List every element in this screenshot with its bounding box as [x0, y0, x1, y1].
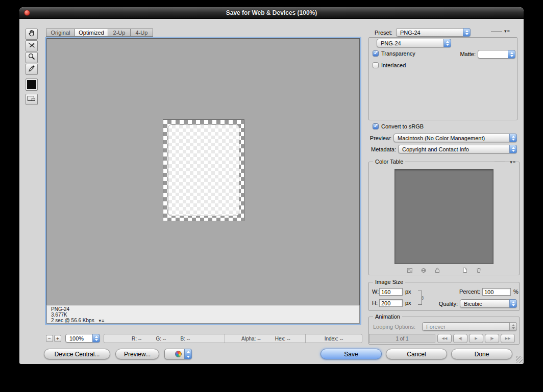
transparency-checkbox[interactable]: [373, 50, 379, 57]
animation-group: Animation Looping Options: Forever 1 of …: [368, 317, 520, 345]
matte-popup[interactable]: [478, 50, 515, 59]
color-table-menu-icon[interactable]: ▾≡: [510, 160, 516, 165]
format-value: PNG-24: [381, 39, 442, 47]
looping-options-stepper[interactable]: [509, 322, 517, 331]
next-frame-button[interactable]: |▶: [485, 334, 499, 343]
web-shift-icon[interactable]: [419, 267, 428, 274]
metadata-label: Metadata:: [357, 146, 396, 152]
percent-unit: %: [513, 289, 519, 295]
select-browser-button[interactable]: [164, 349, 192, 359]
color-readout-bar: R: -- G: -- B: -- Alpha: -- Hex: -- Inde…: [104, 334, 362, 343]
lock-color-icon[interactable]: [433, 267, 441, 274]
readout-b: B: --: [180, 336, 190, 342]
zoom-tool-button[interactable]: [26, 52, 38, 63]
readout-hex: Hex: --: [275, 336, 290, 342]
resize-grip[interactable]: [516, 356, 523, 363]
magnifier-icon: [28, 53, 36, 63]
preview-popup[interactable]: Macintosh (No Color Management): [393, 134, 517, 142]
zoom-level-stepper[interactable]: [92, 334, 100, 343]
convert-srgb-label: Convert to sRGB: [381, 123, 424, 129]
image-size-group: Image Size W: px H: px ∞ Percent: % Qual…: [368, 282, 520, 311]
info-time: 2 sec @ 56.6 Kbps ▾≡: [51, 318, 359, 323]
eyedropper-icon: [28, 64, 36, 74]
first-frame-button[interactable]: ◀◀: [437, 334, 452, 343]
preview-canvas[interactable]: [46, 38, 360, 305]
toggle-slices-visibility-button[interactable]: [26, 94, 38, 105]
color-table-swatches[interactable]: [394, 169, 493, 264]
preview-stepper[interactable]: [509, 134, 517, 142]
device-central-button[interactable]: Device Central...: [44, 349, 110, 359]
matte-value: [482, 50, 506, 58]
metadata-stepper[interactable]: [509, 145, 517, 153]
slice-select-tool-button[interactable]: [26, 40, 38, 51]
width-input[interactable]: [379, 288, 403, 296]
preset-stepper[interactable]: [463, 28, 471, 37]
cancel-button[interactable]: Cancel: [386, 349, 447, 359]
quality-value: Bicubic: [464, 300, 508, 307]
metadata-popup[interactable]: Copyright and Contact Info: [398, 145, 517, 153]
quality-popup[interactable]: Bicubic: [460, 299, 517, 308]
quality-stepper[interactable]: [509, 299, 517, 308]
optimized-image[interactable]: [163, 119, 244, 221]
slice-select-icon: [28, 41, 36, 51]
interlaced-checkbox[interactable]: [373, 62, 379, 68]
last-frame-button[interactable]: ▶▶: [501, 334, 515, 343]
preset-label: Preset:: [375, 30, 392, 36]
optimize-info: PNG-24 3.677K 2 sec @ 56.6 Kbps ▾≡: [46, 305, 360, 324]
color-table-menu-rule: [495, 162, 505, 162]
looping-options-popup[interactable]: Forever: [422, 322, 517, 331]
animation-title: Animation: [373, 313, 402, 320]
title-bar: Save for Web & Devices (100%): [19, 7, 524, 19]
interlaced-label: Interlaced: [381, 62, 406, 68]
transparency-label: Transparency: [381, 50, 415, 57]
color-table-actions: [369, 266, 519, 274]
format-popup[interactable]: PNG-24: [377, 39, 451, 47]
info-format: PNG-24: [51, 306, 359, 312]
height-input[interactable]: [379, 299, 403, 307]
browser-globe-icon: [175, 351, 182, 357]
height-unit: px: [405, 300, 411, 306]
format-stepper[interactable]: [443, 39, 451, 47]
color-table-title: Color Table: [373, 159, 405, 165]
info-size: 3.677K: [51, 312, 359, 318]
zoom-level-popup[interactable]: 100%: [65, 334, 100, 343]
tab-optimized[interactable]: Optimized: [75, 29, 108, 37]
zoom-in-button[interactable]: +: [54, 335, 61, 342]
browser-stepper[interactable]: [184, 349, 192, 359]
tab-original[interactable]: Original: [46, 29, 75, 37]
width-unit: px: [405, 289, 411, 295]
tab-2up[interactable]: 2-Up: [108, 29, 131, 37]
percent-label: Percent:: [450, 289, 480, 295]
preview-in-browser-button[interactable]: Preview...: [115, 349, 159, 359]
preview-label: Preview:: [361, 135, 391, 141]
chain-link-icon[interactable]: ∞: [420, 296, 426, 300]
height-label: H:: [372, 300, 378, 306]
delete-color-icon[interactable]: [475, 267, 483, 274]
readout-alpha: Alpha: --: [241, 336, 261, 342]
quality-label: Quality:: [429, 301, 458, 307]
readout-r: R: --: [132, 336, 141, 342]
width-label: W:: [372, 289, 379, 295]
readout-index: Index: --: [325, 336, 343, 342]
matte-stepper[interactable]: [508, 50, 515, 59]
previous-frame-button[interactable]: ◀|: [453, 334, 467, 343]
hand-tool-button[interactable]: [26, 29, 38, 40]
done-button[interactable]: Done: [451, 349, 512, 359]
save-button[interactable]: Save: [320, 349, 382, 359]
transparent-image-area: [168, 124, 239, 216]
looping-options-value: Forever: [426, 323, 508, 330]
tab-4up[interactable]: 4-Up: [130, 29, 153, 37]
new-color-icon[interactable]: [461, 267, 469, 274]
eyedropper-color-swatch[interactable]: [26, 79, 38, 91]
map-transparency-icon[interactable]: [406, 267, 414, 274]
optimize-menu-icon[interactable]: ▾≡: [504, 29, 510, 34]
eyedropper-tool-button[interactable]: [26, 64, 38, 75]
preset-popup[interactable]: PNG-24: [396, 28, 471, 37]
play-button[interactable]: ▶: [469, 334, 483, 343]
download-rate-menu-icon[interactable]: ▾≡: [98, 318, 105, 323]
slices-visibility-icon: [27, 95, 36, 104]
zoom-out-button[interactable]: −: [46, 335, 53, 342]
convert-srgb-checkbox[interactable]: [373, 123, 379, 129]
percent-input[interactable]: [482, 288, 511, 296]
preview-value: Macintosh (No Color Management): [398, 134, 508, 142]
